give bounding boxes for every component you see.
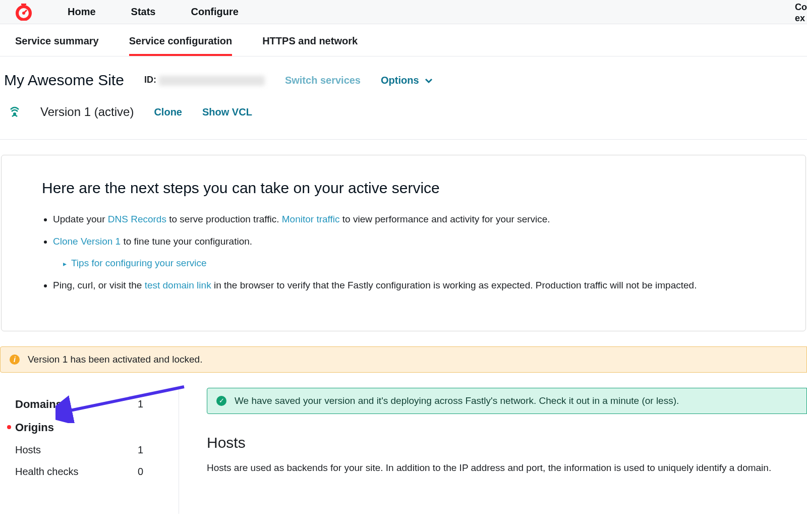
nav-home[interactable]: Home: [68, 6, 96, 18]
options-label: Options: [381, 75, 419, 86]
sidebar-item-hosts[interactable]: Hosts 1: [10, 439, 168, 461]
hosts-label: Hosts: [15, 444, 41, 456]
nav-right-line1: Co: [795, 2, 807, 13]
nav-stats[interactable]: Stats: [131, 6, 156, 18]
config-sidebar: Domains 1 Origins Hosts 1 Health checks …: [0, 388, 179, 514]
next-step-2: Clone Version 1 to fine tune your config…: [53, 234, 765, 271]
dns-records-link[interactable]: DNS Records: [108, 214, 166, 224]
next-step-3: Ping, curl, or visit the test domain lin…: [53, 278, 765, 293]
next-steps-heading: Here are the next steps you can take on …: [42, 180, 765, 197]
health-checks-label: Health checks: [15, 466, 79, 478]
deploy-success-banner: ✓ We have saved your version and it's de…: [207, 388, 807, 414]
info-icon: i: [10, 354, 20, 365]
success-text: We have saved your version and it's depl…: [235, 395, 679, 406]
options-dropdown[interactable]: Options: [381, 75, 433, 86]
text: in the browser to verify that the Fastly…: [211, 280, 697, 290]
tab-service-configuration[interactable]: Service configuration: [129, 35, 233, 56]
version-locked-banner: i Version 1 has been activated and locke…: [0, 346, 807, 373]
health-checks-count: 0: [138, 466, 143, 478]
fastly-logo-icon: [15, 4, 32, 21]
check-icon: ✓: [216, 396, 226, 406]
service-id: ID:: [144, 75, 265, 85]
banner-text: Version 1 has been activated and locked.: [28, 354, 202, 365]
nav-configure[interactable]: Configure: [191, 6, 238, 18]
tab-service-summary[interactable]: Service summary: [15, 35, 99, 56]
next-steps-panel: Here are the next steps you can take on …: [1, 155, 806, 331]
monitor-traffic-link[interactable]: Monitor traffic: [282, 214, 340, 224]
origins-label: Origins: [15, 421, 54, 434]
service-row-version: Version 1 (active) Clone Show VCL: [4, 105, 803, 119]
domains-count: 1: [138, 398, 143, 410]
lower-area: Domains 1 Origins Hosts 1 Health checks …: [0, 388, 807, 514]
broadcast-icon: [9, 106, 20, 117]
service-header: My Awesome Site ID: Switch services Opti…: [0, 56, 807, 129]
divider: [0, 139, 807, 140]
id-value-blurred: [159, 76, 265, 86]
active-indicator-icon: [7, 425, 11, 429]
next-step-1: Update your DNS Records to serve product…: [53, 212, 765, 227]
sub-tabs: Service summary Service configuration HT…: [0, 24, 807, 56]
clone-link[interactable]: Clone: [154, 106, 182, 118]
text: to fine tune your configuration.: [121, 236, 252, 247]
hosts-description: Hosts are used as backends for your site…: [207, 460, 807, 476]
top-nav: Home Stats Configure Co ex: [0, 0, 807, 24]
nav-right-truncated: Co ex: [795, 2, 807, 24]
svg-point-4: [22, 12, 25, 15]
clone-version-link[interactable]: Clone Version 1: [53, 236, 121, 247]
text: Update your: [53, 214, 108, 224]
hosts-heading: Hosts: [207, 434, 807, 451]
domains-label: Domains: [15, 398, 62, 411]
sidebar-item-domains[interactable]: Domains 1: [10, 393, 168, 416]
version-label: Version 1 (active): [40, 105, 134, 119]
text: to serve production traffic.: [166, 214, 282, 224]
tips-row: ▸ Tips for configuring your service: [63, 256, 765, 271]
main-content: ✓ We have saved your version and it's de…: [179, 388, 807, 514]
hosts-count: 1: [138, 444, 143, 456]
chevron-down-icon: [425, 75, 433, 86]
caret-right-icon: ▸: [63, 260, 67, 268]
nav-right-line2: ex: [795, 13, 807, 24]
test-domain-link[interactable]: test domain link: [145, 280, 211, 290]
text: to view performance and activity for you…: [340, 214, 550, 224]
sidebar-item-health-checks[interactable]: Health checks 0: [10, 461, 168, 483]
tab-https-network[interactable]: HTTPS and network: [262, 35, 358, 56]
next-steps-list: Update your DNS Records to serve product…: [42, 212, 765, 293]
sidebar-item-origins[interactable]: Origins: [10, 416, 168, 439]
tips-link[interactable]: Tips for configuring your service: [71, 258, 207, 268]
service-row-title: My Awesome Site ID: Switch services Opti…: [4, 72, 803, 89]
text: Ping, curl, or visit the: [53, 280, 145, 290]
switch-services-link[interactable]: Switch services: [285, 75, 361, 86]
service-title: My Awesome Site: [4, 72, 124, 89]
id-label: ID:: [144, 75, 156, 85]
svg-rect-2: [21, 4, 26, 5]
show-vcl-link[interactable]: Show VCL: [202, 106, 252, 118]
